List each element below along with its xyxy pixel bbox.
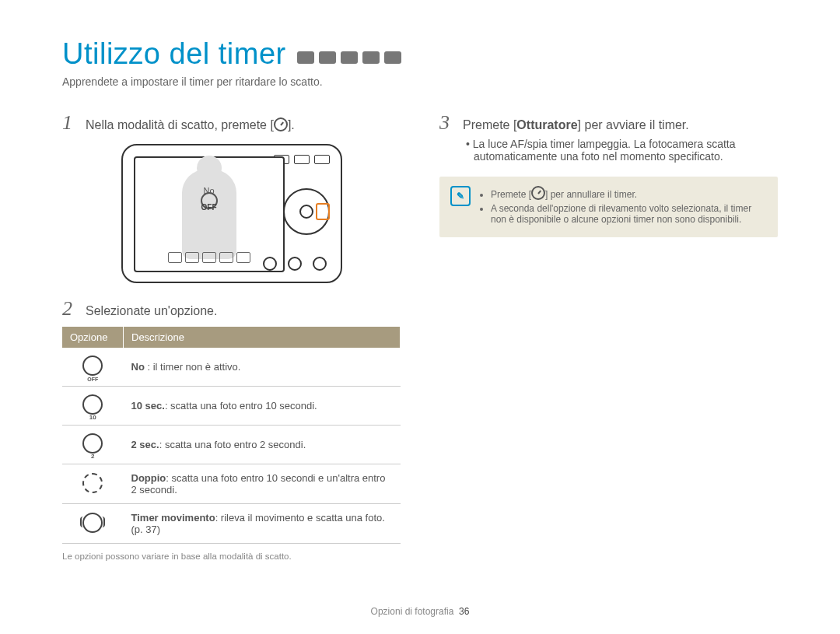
table-row: 10 sec.: scatta una foto entro 10 second… xyxy=(62,387,401,426)
screen-off-label: OFF xyxy=(201,203,217,212)
info-icon: ✎ xyxy=(450,186,471,206)
table-row: Timer movimento: rileva il movimento e s… xyxy=(62,504,401,544)
timer-motion-icon xyxy=(82,513,103,533)
mode-icons xyxy=(297,51,401,68)
step-3-text: Premete [Otturatore] per avviare il time… xyxy=(463,118,689,132)
table-header-description: Descrizione xyxy=(124,327,401,348)
table-row: Doppio: scatta una foto entro 10 secondi… xyxy=(62,464,401,504)
dpad-right-highlight xyxy=(316,203,330,220)
step-number-3: 3 xyxy=(439,111,457,135)
options-table: Opzione Descrizione No : il timer non è … xyxy=(62,327,401,544)
page-subtitle: Apprendete a impostare il timer per rita… xyxy=(62,75,778,88)
mode-icon xyxy=(384,51,401,64)
info-bullet-1: Premete [] per annullare il timer. xyxy=(491,186,767,200)
info-box: ✎ Premete [] per annullare il timer. A s… xyxy=(439,177,778,237)
mode-icon xyxy=(362,51,380,64)
page-footer: Opzioni di fotografia 36 xyxy=(0,606,840,617)
timer-double-icon xyxy=(82,473,103,493)
camera-illustration: No OFF xyxy=(121,144,342,283)
step-3-bullet: • La luce AF/spia timer lampeggia. La fo… xyxy=(466,138,778,163)
table-row: No : il timer non è attivo. xyxy=(62,348,401,387)
table-row: 2 sec.: scatta una foto entro 2 secondi. xyxy=(62,426,401,464)
mode-icon xyxy=(297,51,314,64)
timer-10s-icon xyxy=(82,394,103,415)
camera-screen: No OFF xyxy=(134,156,285,272)
info-bullet-2: A seconda dell'opzione di rilevamento vo… xyxy=(491,203,767,225)
mode-icon xyxy=(341,51,358,64)
step-number-2: 2 xyxy=(62,297,79,321)
dpad xyxy=(283,188,330,235)
timer-icon xyxy=(531,186,545,200)
step-1-text: Nella modalità di scatto, premete []. xyxy=(86,117,295,132)
timer-off-icon xyxy=(82,356,103,376)
step-number-1: 1 xyxy=(62,111,79,135)
timer-2s-icon xyxy=(82,433,103,454)
page-title: Utilizzo del timer xyxy=(62,37,286,71)
timer-icon xyxy=(274,117,288,131)
mode-icon xyxy=(319,51,336,64)
table-header-option: Opzione xyxy=(62,327,124,348)
step-2-text: Selezionate un'opzione. xyxy=(86,304,217,318)
table-footnote: Le opzioni possono variare in base alla … xyxy=(62,552,401,561)
